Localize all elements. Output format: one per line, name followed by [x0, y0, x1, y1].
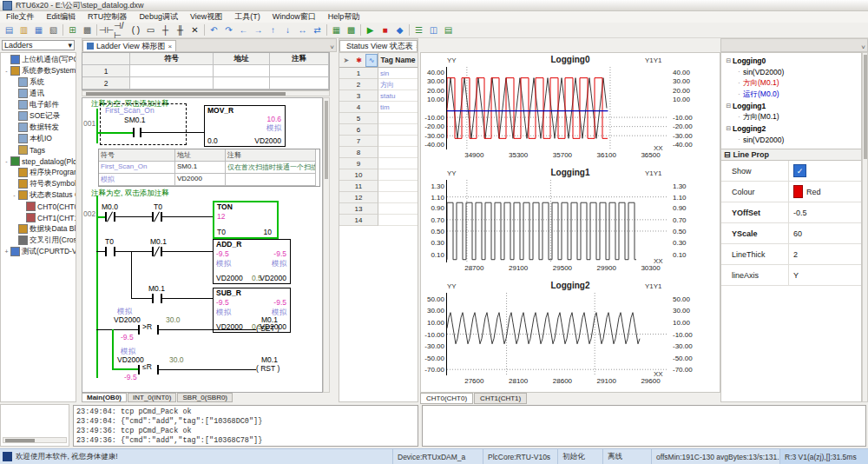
tree-item[interactable]: 系统 [1, 76, 76, 88]
table-icon[interactable]: ▦ [329, 23, 344, 36]
status-row[interactable]: 1sin [339, 68, 418, 79]
set-coil[interactable]: ( SET ) [256, 324, 279, 333]
prop-value[interactable]: 60 [789, 223, 861, 243]
tag-name-cell[interactable]: sin [378, 68, 418, 79]
menu-Edit编辑[interactable]: Edit编辑 [41, 11, 82, 23]
legend-item[interactable]: ⊟Logging1 [723, 100, 861, 111]
pou-tab-INT_0(INT0)[interactable]: INT_0(INT0) [128, 393, 176, 402]
close-icon[interactable]: × [416, 43, 418, 50]
tree-item[interactable]: 数据块Data Blo [1, 223, 76, 235]
status-row[interactable]: 13 [339, 203, 418, 215]
status-row[interactable]: 4tim [339, 102, 418, 113]
mov-box[interactable]: MOV_R 10.6 模拟 0.0 VD2000 [204, 105, 286, 147]
split-icon[interactable]: ◫ [426, 23, 441, 36]
hline-icon[interactable]: ↔ [295, 23, 310, 36]
contact-no-icon[interactable]: ⊣⊢ [99, 23, 114, 36]
tree-item[interactable]: -step_datalog(PlcO [1, 156, 76, 167]
tree-item[interactable]: 上位机通信(写PC [1, 54, 76, 65]
tag-name-cell[interactable] [378, 147, 418, 158]
prop-value[interactable]: Red [789, 182, 861, 202]
box-icon[interactable]: ▭ [143, 23, 158, 36]
tag-name-cell[interactable]: 方向 [378, 79, 418, 90]
grid-icon[interactable]: ▩ [344, 23, 358, 36]
print-icon[interactable]: ▧ [46, 23, 61, 36]
prop-value[interactable]: Y [789, 265, 861, 285]
status-row[interactable]: 3statu [339, 90, 418, 102]
reset-coil[interactable]: ( RST ) [256, 364, 279, 373]
tree-item[interactable]: SOE记录 [1, 110, 76, 122]
legend-expander-icon[interactable]: ⊟ [725, 125, 733, 132]
tag-name-cell[interactable] [378, 113, 418, 124]
panel-vscrollbar[interactable] [862, 52, 868, 402]
line-prop-header[interactable]: ⊟ Line Prop [721, 149, 861, 161]
status-row[interactable]: 10 [339, 169, 418, 181]
status-row[interactable]: 2方向 [339, 79, 418, 90]
prop-value-text[interactable]: Y [793, 271, 799, 280]
tree-item[interactable]: -系统参数System Bl [1, 65, 76, 76]
right-icon[interactable]: → [251, 23, 266, 36]
tree-expander-icon[interactable]: - [3, 158, 10, 164]
status-row[interactable]: 11 [339, 181, 418, 192]
trend-icon[interactable]: ∿ [365, 54, 378, 67]
symbol-cell[interactable] [270, 65, 329, 77]
list-icon[interactable]: ☰ [411, 23, 426, 36]
tag-name-cell[interactable] [378, 158, 418, 169]
prop-value-text[interactable]: 60 [793, 229, 802, 238]
tag-name-cell[interactable] [378, 124, 418, 136]
status-row[interactable]: 7 [339, 136, 418, 147]
checkbox-checked-icon[interactable]: ✓ [793, 164, 806, 177]
run-icon[interactable]: ▶ [363, 23, 378, 36]
legend-item[interactable]: ·运行(M0.0) [723, 89, 861, 100]
menu-Debug调试[interactable]: Debug调试 [133, 11, 184, 23]
down-icon[interactable]: ↓ [280, 23, 295, 36]
symbol-cell[interactable] [214, 65, 270, 77]
download-icon[interactable]: ▩ [80, 23, 95, 36]
tag-name-cell[interactable] [378, 215, 418, 226]
symbol-grid-row[interactable]: 2 [82, 77, 329, 89]
network2-comment[interactable]: 注释为空, 双击添加注释 [91, 189, 169, 199]
pou-tab-Main(OB0)[interactable]: Main(OB0) [82, 393, 127, 402]
tag-name-cell[interactable]: statu [378, 90, 418, 102]
force-icon[interactable]: ✱ [353, 54, 365, 67]
output-pane-secondary[interactable] [422, 405, 866, 447]
tree-item[interactable]: CHT1(CHT1 [1, 212, 76, 223]
add-box[interactable]: ADD_R -9.5 -9.5 模拟 模拟 VD2000 0.5 VD2000 [213, 239, 291, 284]
symbol-cell[interactable] [270, 77, 329, 89]
tag-name-cell[interactable] [378, 181, 418, 192]
tab-ladder-view[interactable]: Ladder View 梯形图 × [82, 40, 176, 51]
symbol-cell[interactable] [214, 77, 270, 89]
ladder-canvas[interactable]: 注释为空, 双击添加注释 001 First_Scan_On SM0.1 MOV… [82, 97, 323, 393]
legend-item[interactable]: ·sin(VD2000) [723, 134, 861, 145]
chart-tab-CHT0(CHT0)[interactable]: CHT0(CHT0) [420, 393, 473, 404]
chart-tab-CHT1(CHT1)[interactable]: CHT1(CHT1) [474, 393, 527, 404]
tree-expander-icon[interactable]: + [3, 249, 10, 255]
tree-item[interactable]: Tags [1, 144, 76, 156]
tree-item[interactable]: 电子邮件 [1, 99, 76, 110]
monitor-icon[interactable]: ◆ [392, 23, 407, 36]
tree-item[interactable]: 交叉引用(Cross [1, 235, 76, 246]
status-row[interactable]: 9 [339, 158, 418, 169]
output-log[interactable]: 23:49:04: tcp pCmd_Pack ok23:49:04: {"cm… [73, 405, 418, 447]
chevron-down-icon[interactable]: ˅ [330, 43, 336, 51]
legend-item[interactable]: ·方向(M0.1) [723, 77, 861, 89]
legend-item[interactable]: ·sin(VD2000) [723, 66, 861, 77]
project-combo[interactable]: Ladders ▾ [2, 40, 75, 50]
swap-icon[interactable]: ⇄ [310, 23, 325, 36]
symbol-grid-row[interactable]: 1 [82, 65, 329, 77]
tree-item[interactable]: -状态表Status Ch [1, 189, 76, 201]
tree-item[interactable]: +测试(CPURTD-V1.0 [1, 246, 76, 257]
tree-item[interactable]: 符号表Symbol [1, 178, 76, 189]
collapse-icon[interactable]: ⊟ [724, 150, 731, 159]
ladder-vscrollbar[interactable] [323, 97, 330, 393]
watch-hscrollbar[interactable] [3, 437, 67, 443]
legend-expander-icon[interactable]: ⊟ [725, 57, 733, 64]
coil-icon[interactable]: ( ) [128, 23, 143, 36]
legend-item[interactable]: ·方向(M0.1) [723, 111, 861, 123]
prop-value[interactable]: ✓ [789, 161, 861, 181]
chevron-down-icon[interactable]: ˅ [861, 43, 867, 51]
prop-value-text[interactable]: 2 [793, 250, 798, 259]
pou-tab-SBR_0(SBR0)[interactable]: SBR_0(SBR0) [177, 393, 233, 402]
tag-name-cell[interactable] [378, 136, 418, 147]
tree-expander-icon[interactable]: - [3, 68, 10, 74]
left-icon[interactable]: ← [236, 23, 251, 36]
